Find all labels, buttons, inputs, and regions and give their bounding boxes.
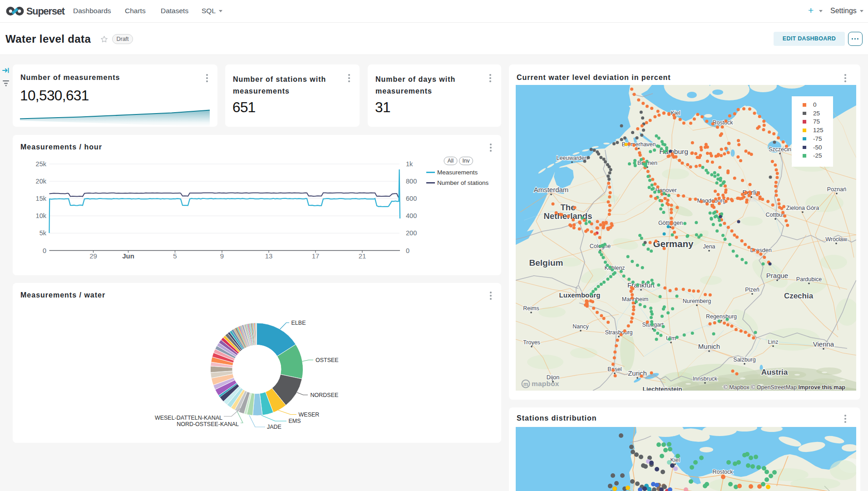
svg-text:9: 9 xyxy=(220,252,224,260)
svg-text:WESEL-DATTELN-KANAL: WESEL-DATTELN-KANAL xyxy=(155,415,222,421)
svg-text:10k: 10k xyxy=(36,212,47,219)
svg-text:800: 800 xyxy=(406,178,417,185)
svg-text:13: 13 xyxy=(265,252,273,260)
svg-text:0: 0 xyxy=(406,247,409,254)
svg-text:29: 29 xyxy=(89,252,97,260)
svg-text:Liechtenstein: Liechtenstein xyxy=(642,386,682,391)
svg-text:EMS: EMS xyxy=(289,418,301,424)
svg-text:Wrocław: Wrocław xyxy=(825,236,848,243)
svg-text:Ulm: Ulm xyxy=(666,335,676,342)
svg-text:Basel: Basel xyxy=(607,366,621,372)
svg-text:Pardubice: Pardubice xyxy=(796,276,822,283)
svg-text:17: 17 xyxy=(312,252,320,260)
svg-text:JADE: JADE xyxy=(267,424,281,430)
svg-text:NORD-OSTSEE-KANAL: NORD-OSTSEE-KANAL xyxy=(177,421,239,427)
svg-text:Innsbruck: Innsbruck xyxy=(693,376,718,382)
svg-text:All: All xyxy=(448,158,454,164)
svg-text:Vienna: Vienna xyxy=(813,340,834,348)
svg-text:Measurements: Measurements xyxy=(437,169,478,176)
svg-text:ELBE: ELBE xyxy=(291,320,306,326)
svg-text:Salzburg: Salzburg xyxy=(733,357,755,363)
svg-text:20k: 20k xyxy=(36,178,47,185)
svg-text:Austria: Austria xyxy=(761,368,788,377)
svg-text:21: 21 xyxy=(359,252,366,260)
svg-text:Nuremberg: Nuremberg xyxy=(683,298,711,304)
svg-text:5k: 5k xyxy=(39,229,47,237)
svg-text:Number of stations: Number of stations xyxy=(437,179,489,186)
svg-text:15k: 15k xyxy=(36,195,47,202)
svg-text:0: 0 xyxy=(43,247,46,254)
svg-text:m: m xyxy=(523,381,528,387)
svg-text:Germany: Germany xyxy=(653,238,694,249)
svg-text:Linz: Linz xyxy=(768,339,779,345)
svg-text:25k: 25k xyxy=(36,160,47,168)
svg-text:Czechia: Czechia xyxy=(784,292,814,300)
svg-text:The: The xyxy=(561,203,576,212)
svg-text:400: 400 xyxy=(406,212,417,219)
svg-text:600: 600 xyxy=(406,195,417,202)
svg-text:Prague: Prague xyxy=(766,272,788,279)
svg-text:Strasbourg: Strasbourg xyxy=(605,329,632,336)
svg-text:Leeuwarden: Leeuwarden xyxy=(557,155,588,161)
svg-text:Inv: Inv xyxy=(462,158,469,164)
svg-text:Regensburg: Regensburg xyxy=(706,313,737,320)
svg-text:WESER: WESER xyxy=(299,412,320,418)
svg-text:Reims: Reims xyxy=(523,305,539,312)
svg-text:Rostock: Rostock xyxy=(712,119,733,126)
svg-text:Kiel: Kiel xyxy=(671,110,681,116)
svg-text:mapbox: mapbox xyxy=(532,380,559,387)
svg-text:Nancy: Nancy xyxy=(572,323,589,330)
svg-text:OSTSEE: OSTSEE xyxy=(316,357,339,363)
svg-text:1k: 1k xyxy=(406,160,413,168)
svg-text:Troyes: Troyes xyxy=(523,339,540,346)
svg-text:Zielona Góra: Zielona Góra xyxy=(786,205,819,211)
svg-text:Szczecin: Szczecin xyxy=(769,146,791,153)
svg-text:Munich: Munich xyxy=(698,342,720,350)
svg-text:200: 200 xyxy=(406,229,417,237)
svg-text:Jun: Jun xyxy=(122,252,134,260)
svg-text:Zurich: Zurich xyxy=(628,369,647,377)
svg-text:© Mapbox © OpenStreetMap Impro: © Mapbox © OpenStreetMap Improve this ma… xyxy=(723,384,845,391)
svg-text:Plzeň: Plzeň xyxy=(745,287,759,293)
svg-text:Jena: Jena xyxy=(703,243,715,250)
svg-text:5: 5 xyxy=(173,252,177,260)
svg-text:Poznań: Poznań xyxy=(827,186,846,193)
svg-text:Belgium: Belgium xyxy=(529,258,563,268)
svg-text:Rostock: Rostock xyxy=(712,469,733,475)
svg-text:NORDSEE: NORDSEE xyxy=(311,392,339,398)
svg-text:Amsterdam: Amsterdam xyxy=(534,186,569,193)
